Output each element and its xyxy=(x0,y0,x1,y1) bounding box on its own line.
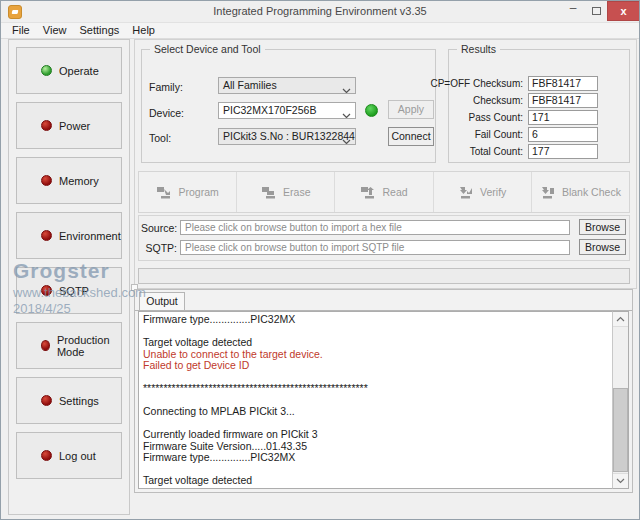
output-line: Target voltage detected xyxy=(143,337,610,349)
maximize-icon xyxy=(592,7,601,15)
family-dropdown[interactable]: All Families xyxy=(218,77,356,94)
cp-off-checksum-label: CP=OFF Checksum: xyxy=(430,78,523,89)
red-led-icon xyxy=(41,120,52,131)
sidebar-item-operate[interactable]: Operate xyxy=(16,47,122,94)
sidebar-item-settings[interactable]: Settings xyxy=(16,377,122,424)
apply-button[interactable]: Apply xyxy=(388,100,434,119)
erase-button[interactable]: Erase xyxy=(237,172,335,212)
action-label: Read xyxy=(382,186,407,198)
output-line: Firmware type..............PIC32MX xyxy=(143,314,610,326)
action-label: Blank Check xyxy=(562,186,621,198)
minimize-button[interactable]: – xyxy=(562,1,584,21)
sidebar-item-production-mode[interactable]: Production Mode xyxy=(16,322,122,369)
source-input[interactable]: Please click on browse button to import … xyxy=(180,220,570,235)
checksum-field: FBF81417 xyxy=(528,93,598,108)
total-count-label: Total Count: xyxy=(470,146,523,157)
read-button[interactable]: Read xyxy=(335,172,433,212)
sidebar-item-power[interactable]: Power xyxy=(16,102,122,149)
output-scrollbar[interactable] xyxy=(612,311,629,489)
red-led-icon xyxy=(41,450,52,461)
family-label: Family: xyxy=(149,81,183,93)
sidebar-item-label: SQTP xyxy=(59,285,89,297)
sidebar-item-label: Memory xyxy=(59,175,99,187)
scroll-down-icon[interactable] xyxy=(613,473,628,488)
red-led-icon xyxy=(41,175,52,186)
title-bar[interactable]: Integrated Programming Environment v3.35… xyxy=(1,1,639,23)
menu-bar: File View Settings Help xyxy=(1,23,639,39)
device-tool-group-title: Select Device and Tool xyxy=(150,43,265,55)
sidebar-item-label: Log out xyxy=(59,450,96,462)
window-title: Integrated Programming Environment v3.35 xyxy=(1,5,639,17)
sidebar-item-label: Power xyxy=(59,120,90,132)
device-value: PIC32MX170F256B xyxy=(223,104,316,116)
action-label: Program xyxy=(178,186,218,198)
total-count-field: 177 xyxy=(528,144,598,159)
green-led-icon xyxy=(41,65,52,76)
read-icon xyxy=(360,186,376,199)
output-line: Unable to connect to the target device. xyxy=(143,487,610,490)
sqtp-browse-button[interactable]: Browse xyxy=(579,239,626,255)
app-window: Integrated Programming Environment v3.35… xyxy=(0,0,640,520)
results-group-title: Results xyxy=(457,43,500,55)
family-value: All Families xyxy=(223,79,277,91)
close-button[interactable]: x xyxy=(607,1,640,21)
sqtp-label: SQTP: xyxy=(141,242,177,254)
output-line: ****************************************… xyxy=(143,383,610,395)
menu-settings[interactable]: Settings xyxy=(75,23,125,37)
red-led-icon xyxy=(41,230,52,241)
tool-dropdown[interactable]: PICkit3 S.No : BUR132284452 xyxy=(218,128,356,145)
tab-output[interactable]: Output xyxy=(139,292,185,310)
sidebar-item-sqtp[interactable]: SQTP xyxy=(16,267,122,314)
blank-check-button[interactable]: Blank Check xyxy=(532,172,629,212)
menu-view[interactable]: View xyxy=(38,23,72,37)
chevron-down-icon xyxy=(342,134,351,145)
output-line: Connecting to MPLAB PICkit 3... xyxy=(143,406,610,418)
fail-count-label: Fail Count: xyxy=(475,129,523,140)
program-button[interactable]: Program xyxy=(139,172,237,212)
device-dropdown[interactable]: PIC32MX170F256B xyxy=(218,102,356,119)
sidebar-item-label: Settings xyxy=(59,395,99,407)
sidebar-item-label: Environment xyxy=(59,230,121,242)
checksum-label: Checksum: xyxy=(473,95,523,106)
scrollbar-thumb[interactable] xyxy=(613,388,628,472)
source-browse-button[interactable]: Browse xyxy=(579,219,626,235)
output-line: Firmware type..............PIC32MX xyxy=(143,452,610,464)
red-led-icon xyxy=(41,395,52,406)
blank-check-icon xyxy=(540,186,556,199)
action-label: Erase xyxy=(283,186,310,198)
sidebar-item-memory[interactable]: Memory xyxy=(16,157,122,204)
red-led-icon xyxy=(41,340,50,351)
tool-label: Tool: xyxy=(149,132,171,144)
sidebar: Operate Power Memory Environment SQTP Pr… xyxy=(8,39,130,515)
output-line: Failed to get Device ID xyxy=(143,360,610,372)
maximize-button[interactable] xyxy=(585,1,607,21)
pass-count-label: Pass Count: xyxy=(469,112,523,123)
sqtp-input[interactable]: Please click on browse button to import … xyxy=(180,240,570,255)
sidebar-item-environment[interactable]: Environment xyxy=(16,212,122,259)
cp-off-checksum-field: FBF81417 xyxy=(528,76,598,91)
tool-value: PICkit3 S.No : BUR132284452 xyxy=(223,130,356,142)
action-label: Verify xyxy=(480,186,506,198)
output-line: Target voltage detected xyxy=(143,475,610,487)
red-led-icon xyxy=(41,285,52,296)
scroll-up-icon[interactable] xyxy=(613,312,628,327)
device-label: Device: xyxy=(149,107,184,119)
chevron-down-icon xyxy=(342,83,351,94)
sidebar-item-logout[interactable]: Log out xyxy=(16,432,122,479)
fail-count-field: 6 xyxy=(528,127,598,142)
verify-button[interactable]: Verify xyxy=(434,172,532,212)
verify-icon xyxy=(458,186,474,199)
menu-help[interactable]: Help xyxy=(127,23,160,37)
pass-count-field: 171 xyxy=(528,110,598,125)
output-panel: Output Firmware type..............PIC32M… xyxy=(134,289,633,493)
sidebar-item-label: Production Mode xyxy=(57,334,121,358)
action-button-row: Program Erase Read Verify Blank Check xyxy=(138,171,630,213)
program-icon xyxy=(156,186,172,199)
device-status-dot xyxy=(365,104,378,117)
connect-button[interactable]: Connect xyxy=(388,127,434,146)
output-text[interactable]: Firmware type..............PIC32MX Targe… xyxy=(138,311,614,489)
menu-file[interactable]: File xyxy=(7,23,35,37)
sidebar-item-label: Operate xyxy=(59,65,99,77)
source-label: Source: xyxy=(141,222,177,234)
progress-bar xyxy=(138,268,630,284)
